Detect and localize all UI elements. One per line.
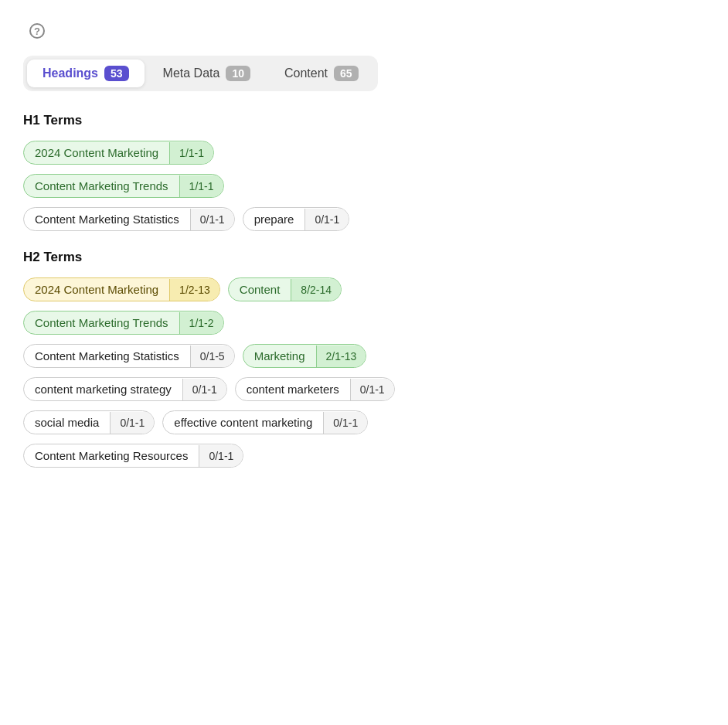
tag-text: Content Marketing Trends (24, 175, 179, 197)
tag-count: 1/1-1 (169, 142, 213, 164)
tag-count: 2/1-13 (316, 345, 366, 367)
tag[interactable]: prepare0/1-1 (243, 207, 350, 231)
tag-count: 0/1-5 (190, 345, 234, 367)
tag-row: content marketing strategy0/1-1content m… (23, 377, 705, 401)
tab-label-headings: Headings (43, 66, 98, 80)
tag[interactable]: 2024 Content Marketing1/2-13 (23, 277, 220, 301)
tag-text: Content Marketing Statistics (24, 345, 190, 367)
tag[interactable]: content marketers0/1-1 (235, 377, 395, 401)
tag-text: effective content marketing (163, 411, 323, 434)
section-heading-h1-terms: H1 Terms (23, 113, 705, 128)
tag[interactable]: 2024 Content Marketing1/1-1 (23, 141, 214, 165)
tag-row: Content Marketing Trends1/1-1 (23, 174, 705, 198)
page-header: ? (23, 23, 705, 39)
tag-text: social media (24, 411, 110, 434)
tab-label-content: Content (284, 66, 328, 80)
tab-badge-content: 65 (334, 66, 359, 81)
section-heading-h2-terms: H2 Terms (23, 250, 705, 265)
tag-row: 2024 Content Marketing1/1-1 (23, 141, 705, 165)
tag-count: 0/1-1 (182, 379, 226, 400)
sections-container: H1 Terms2024 Content Marketing1/1-1Conte… (23, 113, 705, 468)
tag-row: Content Marketing Trends1/1-2 (23, 311, 705, 335)
tag[interactable]: effective content marketing0/1-1 (162, 410, 368, 434)
tag-row: Content Marketing Statistics0/1-5Marketi… (23, 344, 705, 368)
tag-row: social media0/1-1effective content marke… (23, 410, 705, 434)
tag[interactable]: Marketing2/1-13 (243, 344, 367, 368)
tag-count: 0/1-1 (199, 445, 243, 467)
tag-count: 0/1-1 (110, 412, 154, 434)
tag-count: 1/1-1 (179, 175, 223, 197)
tag-text: content marketing strategy (24, 378, 182, 400)
tab-meta-data[interactable]: Meta Data10 (148, 60, 266, 87)
tag[interactable]: Content Marketing Resources0/1-1 (23, 444, 243, 468)
tag-text: Content Marketing Resources (24, 444, 199, 467)
help-icon[interactable]: ? (29, 23, 45, 39)
tag-row: Content Marketing Statistics0/1-1prepare… (23, 207, 705, 231)
tag-text: 2024 Content Marketing (24, 278, 169, 301)
tag[interactable]: Content Marketing Statistics0/1-5 (23, 344, 235, 368)
tag-row: 2024 Content Marketing1/2-13Content8/2-1… (23, 277, 705, 301)
tab-badge-headings: 53 (104, 66, 129, 81)
tag-text: content marketers (236, 378, 350, 400)
section-h2-terms: H2 Terms2024 Content Marketing1/2-13Cont… (23, 250, 705, 468)
tab-label-meta-data: Meta Data (163, 66, 220, 80)
tag-text: prepare (243, 208, 305, 230)
tag-count: 0/1-1 (304, 209, 349, 230)
tag[interactable]: Content8/2-14 (228, 277, 342, 301)
tag-count: 1/1-2 (179, 312, 223, 334)
tab-bar: Headings53Meta Data10Content65 (23, 56, 378, 91)
tag[interactable]: social media0/1-1 (23, 410, 155, 434)
tag[interactable]: Content Marketing Statistics0/1-1 (23, 207, 235, 231)
tag-count: 0/1-1 (323, 412, 367, 434)
tag-text: 2024 Content Marketing (24, 141, 169, 164)
tag-row: Content Marketing Resources0/1-1 (23, 444, 705, 468)
tag[interactable]: Content Marketing Trends1/1-2 (23, 311, 224, 335)
tag-text: Content Marketing Statistics (24, 208, 190, 230)
tag-text: Content Marketing Trends (24, 311, 179, 334)
tab-content[interactable]: Content65 (269, 60, 374, 87)
tag[interactable]: Content Marketing Trends1/1-1 (23, 174, 224, 198)
tag-count: 0/1-1 (350, 379, 394, 400)
tag-count: 1/2-13 (169, 279, 219, 301)
tag-count: 8/2-14 (291, 279, 341, 301)
section-h1-terms: H1 Terms2024 Content Marketing1/1-1Conte… (23, 113, 705, 231)
tag-text: Content (229, 278, 291, 301)
tab-badge-meta-data: 10 (226, 66, 250, 81)
tag[interactable]: content marketing strategy0/1-1 (23, 377, 227, 401)
tab-headings[interactable]: Headings53 (27, 60, 145, 87)
tag-count: 0/1-1 (190, 209, 234, 230)
tag-text: Marketing (243, 345, 316, 367)
